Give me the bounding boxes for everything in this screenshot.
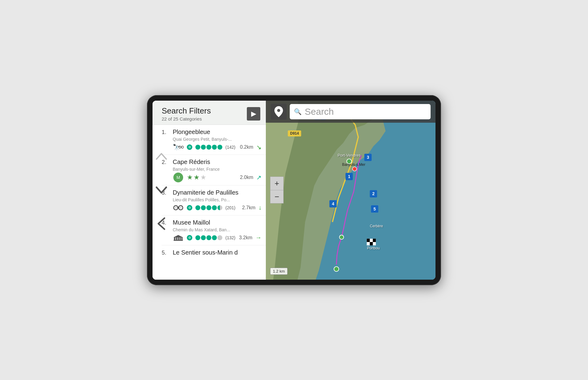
result-name: Le Sentier sous-Marin d [173, 249, 238, 256]
direction-arrow: → [255, 234, 262, 241]
svg-text:D914: D914 [290, 131, 299, 136]
results-list: 1. Plongeebleue Quai Georges Petit, Bany… [153, 125, 266, 280]
result-address: Quai Georges Petit, Banyuls-... [173, 137, 262, 142]
svg-rect-7 [177, 207, 179, 208]
svg-text:4: 4 [332, 201, 334, 206]
location-pin-button[interactable] [271, 104, 287, 120]
result-header: 3. Dynamiterie de Paulilles [162, 189, 262, 196]
result-name: Cape Réderis [173, 158, 210, 166]
svg-text:Banyuls-s.Mer: Banyuls-s.Mer [342, 162, 365, 167]
svg-marker-16 [173, 235, 183, 237]
svg-rect-34 [373, 239, 376, 242]
result-header: 5. Le Sentier sous-Marin d [162, 249, 262, 256]
rating-dots [195, 235, 222, 240]
svg-rect-33 [367, 239, 370, 242]
search-filters-header: Search Filters 22 of 25 Categories ▶ [153, 101, 266, 125]
screen: Search Filters 22 of 25 Categories ▶ 1. … [153, 101, 435, 280]
scroll-down-button[interactable] [154, 182, 169, 198]
result-item[interactable]: 5. Le Sentier sous-Marin d [162, 245, 266, 259]
review-count: (201) [225, 205, 236, 210]
review-count: (142) [225, 145, 236, 150]
distance: 2.0km [240, 175, 253, 180]
zoom-out-button[interactable]: − [270, 190, 284, 203]
nav-buttons [153, 149, 169, 231]
svg-point-8 [175, 207, 177, 209]
svg-text:Portbou: Portbou [367, 246, 380, 250]
result-name: Musee Maillol [173, 219, 210, 226]
distance: 3.2km [239, 235, 252, 240]
star-rating: ★ ★ ★ [187, 173, 206, 181]
result-address: Lieu-dit Paulilles Polilles, Po... [173, 197, 262, 202]
svg-point-4 [182, 146, 183, 147]
distance: 2.7km [242, 205, 255, 210]
binoculars-icon: 🔭 [173, 143, 184, 151]
search-placeholder-text: Search [305, 106, 334, 117]
rating-dots [195, 205, 222, 210]
device-frame: GARMIN Search Filters 22 of 25 C [147, 95, 441, 285]
museum-icon [173, 234, 184, 241]
tripadvisor-icon: ⊙ [187, 144, 192, 150]
map-zoom-controls: + − [270, 177, 284, 203]
back-button[interactable] [154, 216, 169, 231]
svg-text:2: 2 [372, 191, 375, 196]
result-header: 4. Musee Maillol [162, 219, 262, 226]
scroll-up-button[interactable] [154, 149, 169, 164]
direction-arrow: ↗ [256, 174, 262, 181]
svg-text:3: 3 [367, 155, 369, 160]
svg-point-20 [334, 266, 339, 271]
arrow-icon: ▶ [251, 110, 256, 118]
result-item[interactable]: 2. Cape Réderis Banyuls-sur-Mer, France … [162, 155, 266, 185]
svg-point-9 [179, 207, 182, 209]
result-number: 1. [162, 129, 170, 136]
svg-point-48 [277, 109, 280, 112]
rating-dots [195, 145, 222, 150]
svg-point-21 [352, 167, 357, 171]
result-item[interactable]: 1. Plongeebleue Quai Georges Petit, Bany… [162, 125, 266, 155]
svg-text:Cerbère: Cerbère [370, 224, 383, 228]
michelin-icon: M [173, 174, 184, 181]
result-name: Plongeebleue [173, 129, 210, 136]
result-meta: 🔭 ⊙ [173, 143, 262, 151]
scale-bar: 1.2 km [270, 268, 288, 275]
result-header: 1. Plongeebleue [162, 129, 262, 136]
binoculars-icon [173, 204, 184, 211]
svg-rect-15 [174, 240, 183, 241]
result-header: 2. Cape Réderis [162, 158, 262, 166]
map-panel[interactable]: 1 2 3 4 5 D914 [266, 101, 435, 280]
direction-arrow: ↓ [258, 204, 262, 211]
distance: 0.2km [240, 144, 253, 150]
direction-arrow: ↘ [256, 143, 262, 151]
tripadvisor-icon: ⊙ [187, 235, 192, 240]
left-panel: Search Filters 22 of 25 Categories ▶ 1. … [153, 101, 266, 280]
svg-rect-35 [370, 242, 373, 245]
result-item[interactable]: 4. Musee Maillol Chemin du Mas Xatard, B… [162, 215, 266, 245]
svg-text:Port-Vendres: Port-Vendres [337, 153, 360, 158]
search-input[interactable]: 🔍 Search [290, 104, 431, 119]
result-meta: ⊙ (201) 2.7km ↓ [173, 204, 262, 211]
header-title: Search Filters [162, 106, 211, 116]
result-name: Dynamiterie de Paulilles [173, 189, 239, 196]
header-arrow-button[interactable]: ▶ [247, 107, 260, 121]
result-address: Banyuls-sur-Mer, France [173, 167, 262, 172]
svg-point-3 [179, 146, 180, 147]
result-meta: ⊙ (132) 3.2km → [173, 234, 262, 241]
search-icon: 🔍 [294, 108, 302, 115]
svg-text:1: 1 [348, 174, 350, 179]
svg-text:5: 5 [373, 206, 376, 211]
zoom-in-button[interactable]: + [270, 177, 284, 190]
header-subtitle: 22 of 25 Categories [162, 116, 211, 121]
result-address: Chemin du Mas Xatard, Ban... [173, 227, 262, 232]
svg-rect-2 [181, 147, 182, 147]
header-text: Search Filters 22 of 25 Categories [162, 106, 211, 121]
review-count: (132) [225, 235, 236, 240]
map-top-bar: 🔍 Search [266, 101, 435, 123]
svg-point-19 [339, 235, 344, 239]
result-number: 5. [162, 250, 170, 256]
result-item[interactable]: 3. Dynamiterie de Paulilles Lieu-dit Pau… [162, 185, 266, 215]
tripadvisor-icon: ⊙ [187, 205, 192, 210]
result-meta: M ★ ★ ★ 2.0km ↗ [173, 173, 262, 181]
